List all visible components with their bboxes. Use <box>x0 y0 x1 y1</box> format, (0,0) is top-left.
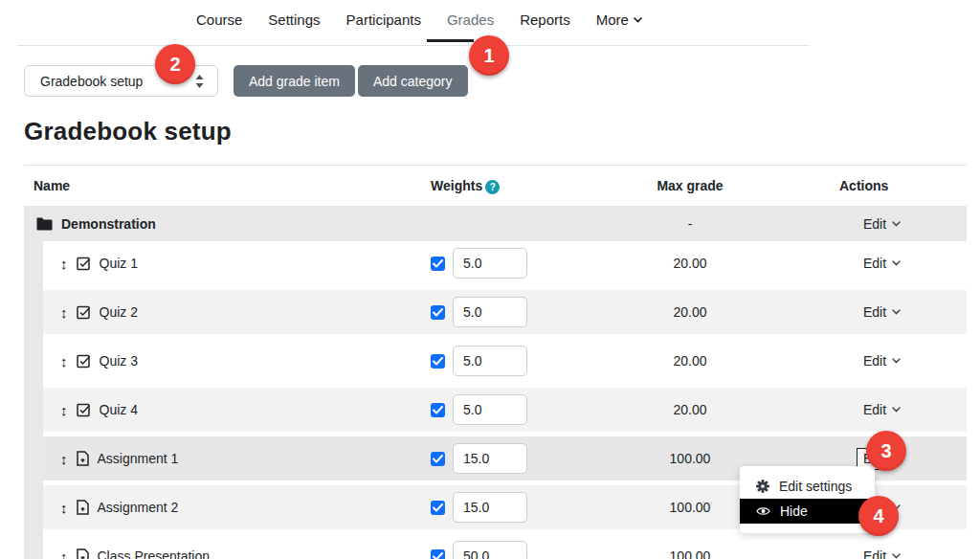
weight-input[interactable] <box>453 541 527 559</box>
weight-checkbox[interactable] <box>431 305 445 320</box>
grade-item-row: ↕ Quiz 3 20.00 Edit <box>24 339 967 383</box>
chevron-down-icon <box>892 407 901 413</box>
grade-item-row: ↕ Quiz 1 20.00 Edit <box>24 241 967 285</box>
weight-input[interactable] <box>453 443 527 474</box>
quiz-icon <box>77 354 91 369</box>
nav-tab-more[interactable]: More <box>596 11 642 28</box>
move-handle-icon[interactable]: ↕ <box>60 501 68 515</box>
course-nav: CourseSettingsParticipantsGradesReportsM… <box>196 11 642 28</box>
edit-dropdown[interactable]: Edit <box>863 353 901 369</box>
add-grade-item-button[interactable]: Add grade item <box>234 65 355 97</box>
chevron-down-icon <box>892 260 901 266</box>
header-name: Name <box>33 166 70 206</box>
item-name: Quiz 2 <box>100 304 138 320</box>
nav-tab-label: Course <box>196 11 242 28</box>
grade-item-row: ↕ Quiz 2 20.00 Edit <box>24 290 967 334</box>
max-grade-value: 20.00 <box>632 339 748 383</box>
nav-tab-participants[interactable]: Participants <box>346 11 421 28</box>
nav-tab-settings[interactable]: Settings <box>268 11 320 28</box>
move-handle-icon[interactable]: ↕ <box>60 354 68 369</box>
move-handle-icon[interactable]: ↕ <box>60 257 68 271</box>
weight-checkbox[interactable] <box>431 501 445 515</box>
nav-tab-grades[interactable]: Grades <box>447 11 494 28</box>
header-weights-label: Weights <box>431 178 482 193</box>
weight-input[interactable] <box>453 492 527 523</box>
edit-label: Edit <box>863 216 886 232</box>
move-handle-icon[interactable]: ↕ <box>60 305 68 320</box>
select-updown-icon <box>195 75 204 88</box>
help-icon[interactable]: ? <box>485 180 500 194</box>
weight-checkbox[interactable] <box>431 549 445 559</box>
header-actions: Actions <box>839 166 888 206</box>
eye-icon <box>756 506 770 516</box>
nav-tab-label: More <box>596 11 629 28</box>
chevron-down-icon <box>892 309 901 315</box>
item-name: Quiz 1 <box>100 256 138 271</box>
grade-item-row: ↕ Quiz 4 20.00 Edit <box>24 388 967 432</box>
assignment-icon <box>77 500 89 515</box>
edit-actions-menu: Edit settings Hide <box>740 466 875 533</box>
category-max-grade: - <box>632 206 748 241</box>
menu-item-edit-settings[interactable]: Edit settings <box>740 475 875 498</box>
edit-label: Edit <box>863 353 886 369</box>
item-name: Quiz 3 <box>100 353 138 369</box>
nav-divider <box>17 45 809 46</box>
chevron-down-icon <box>892 553 901 559</box>
chevron-down-icon <box>892 221 901 227</box>
active-tab-underline <box>427 39 474 42</box>
add-category-button[interactable]: Add category <box>358 65 468 97</box>
max-grade-value: 100.00 <box>632 534 748 559</box>
nav-tab-course[interactable]: Course <box>196 11 242 28</box>
edit-label: Edit <box>863 402 886 417</box>
nav-tab-label: Participants <box>346 11 421 28</box>
table-header: Name Weights ? Max grade Actions <box>24 165 967 206</box>
step-badge-2: 2 <box>155 44 195 84</box>
max-grade-value: 20.00 <box>632 241 748 285</box>
edit-dropdown[interactable]: Edit <box>863 548 901 559</box>
item-name: Class Presentation <box>98 548 211 559</box>
edit-dropdown[interactable]: Edit <box>863 304 901 320</box>
menu-item-hide[interactable]: Hide <box>740 499 875 524</box>
move-handle-icon[interactable]: ↕ <box>60 549 68 559</box>
edit-label: Edit <box>863 256 886 271</box>
max-grade-value: 20.00 <box>632 388 748 432</box>
folder-icon <box>36 217 53 231</box>
category-name: Demonstration <box>61 216 156 232</box>
max-grade-value: 100.00 <box>632 436 748 481</box>
item-name: Assignment 2 <box>98 500 179 515</box>
weight-checkbox[interactable] <box>431 257 445 271</box>
header-max-grade: Max grade <box>632 166 748 206</box>
edit-dropdown[interactable]: Edit <box>863 256 901 271</box>
chevron-down-icon <box>634 17 642 23</box>
step-badge-3: 3 <box>866 431 906 471</box>
weight-input[interactable] <box>453 248 527 279</box>
quiz-icon <box>77 305 91 320</box>
step-badge-1: 1 <box>469 35 509 76</box>
weight-input[interactable] <box>453 346 527 376</box>
nav-tab-label: Grades <box>447 11 494 28</box>
weight-checkbox[interactable] <box>431 452 445 466</box>
assignment-icon <box>77 451 89 466</box>
page-title: Gradebook setup <box>24 117 232 146</box>
step-badge-4: 4 <box>858 496 899 536</box>
max-grade-value: 20.00 <box>632 290 748 334</box>
category-row: Demonstration - Edit <box>24 206 967 241</box>
assignment-icon <box>77 548 89 559</box>
move-handle-icon[interactable]: ↕ <box>60 403 68 417</box>
weight-checkbox[interactable] <box>431 354 445 369</box>
nav-tab-label: Settings <box>268 11 320 28</box>
item-name: Quiz 4 <box>100 402 138 417</box>
chevron-down-icon <box>892 358 901 364</box>
edit-dropdown[interactable]: Edit <box>863 402 901 417</box>
edit-label: Edit <box>863 304 886 320</box>
weight-input[interactable] <box>453 297 527 327</box>
category-edit-dropdown[interactable]: Edit <box>863 216 901 232</box>
header-weights: Weights ? <box>431 166 500 206</box>
weight-checkbox[interactable] <box>431 403 445 417</box>
nav-tab-reports[interactable]: Reports <box>520 11 570 28</box>
item-name: Assignment 1 <box>98 451 179 466</box>
weight-input[interactable] <box>453 394 527 425</box>
move-handle-icon[interactable]: ↕ <box>60 452 68 466</box>
max-grade-value: 100.00 <box>632 485 748 529</box>
menu-item-label: Hide <box>780 503 808 519</box>
